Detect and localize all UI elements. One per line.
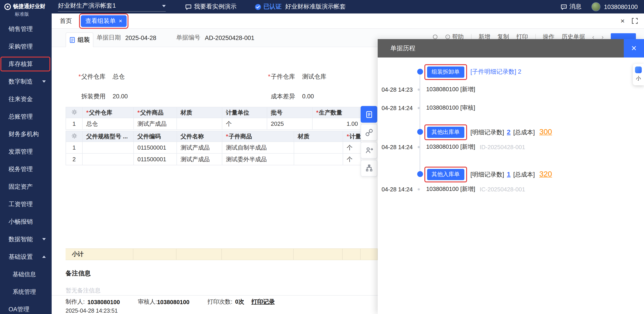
- workspace-name: 好业财标准版演示帐套: [285, 3, 346, 11]
- user-id[interactable]: 1038080100: [604, 3, 638, 10]
- sidebar-item-payroll[interactable]: 工资管理: [0, 196, 52, 213]
- sidebar-item-purchase[interactable]: 采购管理: [0, 38, 52, 55]
- disassembly-fee-value: 20.00: [113, 93, 128, 100]
- tab-bar: 首页 查看组装单 × ×: [52, 14, 644, 29]
- messages-button[interactable]: 消息: [560, 3, 582, 11]
- column-header-parent-warehouse: *父件仓库: [82, 107, 134, 118]
- sidebar-item-basic-settings[interactable]: 基础设置: [0, 248, 52, 266]
- panel-body: 组装拆卸单 [子件明细记录数] 2 04-28 14:23 1038080100…: [378, 58, 644, 314]
- other-outbound-order-badge[interactable]: 其他出库单: [427, 126, 464, 138]
- brand-logo-icon: [4, 3, 11, 10]
- timeline-dot: [417, 69, 423, 74]
- auditor-value: 1038080100: [157, 298, 190, 305]
- sidebar-item-invoice[interactable]: 发票管理: [0, 143, 52, 160]
- history-log: 04-28 14:24 1038080100 [新增] IC-20250428-…: [378, 186, 644, 193]
- column-header-material: 材质: [294, 131, 343, 142]
- sidebar-item-oa[interactable]: OA管理: [0, 300, 52, 314]
- avatar[interactable]: [592, 2, 600, 11]
- doc-history-icon[interactable]: [360, 106, 377, 123]
- doc-history-panel: 单据历程 × 组装拆卸单 [子件明细记录数] 2 04-28 14:23 103…: [378, 39, 644, 314]
- table-row[interactable]: 2 011500001 测试产成品 测试委外半成品 个: [66, 154, 361, 165]
- relation-icon[interactable]: [360, 142, 377, 158]
- account-set-dropdown[interactable]: 好业财生产演示帐套1: [58, 2, 166, 12]
- table-row[interactable]: 1 总仓 测试产成品 个 2025 1.00: [66, 118, 361, 130]
- sidebar-item-basic-info[interactable]: 基础信息: [0, 266, 52, 283]
- table-row[interactable]: 1 011500001 测试产成品 测试自制半成品 个: [66, 142, 361, 154]
- certified-icon: [254, 3, 261, 10]
- sidebar-item-system-management[interactable]: 系统管理: [0, 283, 52, 300]
- fullscreen-icon[interactable]: [632, 18, 638, 24]
- demo-link[interactable]: 我要看实例演示: [185, 3, 236, 11]
- sidebar-item-data-intelligence[interactable]: 数据智能: [0, 230, 52, 248]
- sidebar-menu: 销售管理 采购管理 库存核算 数字制造 往来资金 总账管理 财务多机构 发票管理…: [0, 20, 52, 314]
- history-entry-outbound: 其他出库单 [明细记录数] 2 [总成本] 300: [427, 127, 552, 138]
- sidebar-item-digital-manufacturing[interactable]: 数字制造: [0, 73, 52, 90]
- sidebar-item-expense[interactable]: 小畅报销: [0, 213, 52, 230]
- history-log: 04-28 14:24 1038080100 [新增] ID-20250428-…: [378, 143, 644, 150]
- column-header-parent-item: *父件商品: [134, 107, 177, 118]
- print-log-link[interactable]: 打印记录: [251, 298, 274, 306]
- parent-item-table: *父件仓库 *父件商品 材质 计量单位 批号 *生产数量 1 总仓 测试产成品 …: [66, 107, 361, 130]
- tab-home[interactable]: 首页: [60, 17, 72, 25]
- detail-count-link[interactable]: 2: [507, 128, 510, 136]
- total-cost-link[interactable]: 320: [539, 170, 552, 179]
- chevron-down-icon: [42, 238, 46, 240]
- assembly-order-badge[interactable]: 组装拆卸单: [427, 66, 464, 78]
- column-settings-gear-icon[interactable]: [66, 131, 82, 142]
- total-cost-link[interactable]: 300: [539, 128, 552, 136]
- panel-close-button[interactable]: ×: [624, 39, 644, 58]
- column-settings-gear-icon[interactable]: [66, 107, 82, 118]
- required-asterisk: *: [78, 73, 81, 80]
- timeline-dot: [417, 171, 423, 177]
- assistant-widget[interactable]: 小: [633, 64, 644, 85]
- print-count-label: 打印次数:: [208, 298, 232, 306]
- log-dot-icon: [418, 146, 420, 148]
- sidebar-item-fixed-assets[interactable]: 固定资产: [0, 178, 52, 196]
- column-header-unit: 计量单位: [222, 107, 267, 118]
- cost-diff-field[interactable]: 成本差异 0.00: [263, 92, 314, 100]
- required-asterisk: *: [268, 73, 270, 80]
- panel-header: 单据历程 ×: [378, 39, 644, 58]
- speech-bubble-icon: [185, 3, 192, 10]
- maker-value: 1038080100: [87, 298, 120, 305]
- topbar: 好业财生产演示帐套1 我要看实例演示 已认证 好业财标准版演示帐套 消息: [52, 0, 644, 14]
- chevron-down-icon: [162, 5, 166, 7]
- related-doc-no: IC-20250428-001: [480, 186, 525, 192]
- chevron-up-icon: [42, 256, 46, 258]
- disassembly-fee-field[interactable]: 拆装费用 20.00: [73, 92, 128, 100]
- sidebar-item-sales[interactable]: 销售管理: [0, 20, 52, 38]
- tab-assembly[interactable]: 组装: [66, 32, 94, 47]
- toolbar-extra-icon[interactable]: [432, 34, 438, 40]
- document-icon: [69, 36, 76, 43]
- log-dot-icon: [418, 88, 420, 90]
- child-detail-count-link[interactable]: [子件明细记录数] 2: [470, 68, 522, 76]
- column-header-production-qty: *生产数量: [312, 107, 361, 118]
- detail-count-link[interactable]: 1: [507, 170, 510, 178]
- sidebar-item-current-funds[interactable]: 往来资金: [0, 90, 52, 108]
- parent-warehouse-field[interactable]: *父件仓库 总仓: [73, 73, 125, 81]
- sidebar-item-inventory-accounting[interactable]: 库存核算: [0, 55, 52, 73]
- column-header-child-item: *子件商品: [222, 131, 294, 142]
- table-header-row: *父件仓库 *父件商品 材质 计量单位 批号 *生产数量: [66, 107, 361, 118]
- panel-title: 单据历程: [378, 44, 416, 52]
- close-all-tabs-icon[interactable]: ×: [620, 17, 625, 25]
- history-entry-inbound: 其他入库单 [明细记录数] 1 [总成本] 320: [427, 169, 552, 180]
- remarks-placeholder: 暂无备注信息: [66, 286, 100, 295]
- tab-view-assembly-order[interactable]: 查看组装单 ×: [81, 15, 127, 27]
- logo-block: 畅捷通好业财 标准版: [0, 0, 52, 18]
- sidebar-item-tax[interactable]: 税务管理: [0, 160, 52, 178]
- tab-close-icon[interactable]: ×: [119, 18, 122, 24]
- related-doc-no: ID-20250428-001: [480, 144, 525, 150]
- child-warehouse-field[interactable]: *子件仓库 测试仓库: [263, 73, 326, 81]
- log-dot-icon: [418, 107, 420, 109]
- column-header-parent-spec: 父件规格型号 ...: [82, 131, 134, 142]
- sidebar-item-finance-multi-org[interactable]: 财务多机构: [0, 125, 52, 143]
- link-icon[interactable]: [360, 124, 377, 140]
- sidebar-item-general-ledger[interactable]: 总账管理: [0, 108, 52, 125]
- assistant-icon: [635, 66, 642, 73]
- doc-date-label: 单据日期: [96, 34, 121, 42]
- chevron-down-icon: [42, 80, 46, 83]
- flow-icon[interactable]: [360, 160, 377, 176]
- history-log: 04-28 14:24 1038080100 [审核]: [378, 104, 644, 112]
- other-inbound-order-badge[interactable]: 其他入库单: [427, 169, 464, 180]
